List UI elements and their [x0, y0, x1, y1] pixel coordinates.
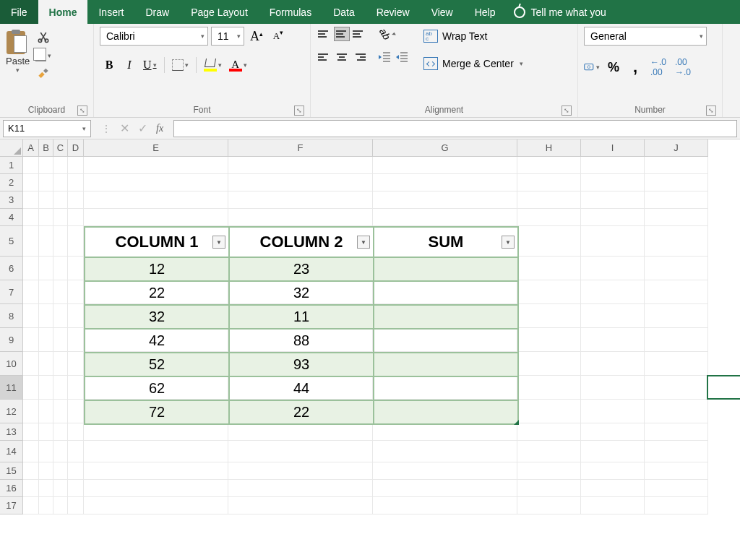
cell-B3[interactable] [39, 191, 53, 209]
cell-D10[interactable] [68, 352, 84, 376]
cell-B10[interactable] [39, 352, 53, 376]
cell-D3[interactable] [68, 191, 84, 209]
table-cell[interactable] [374, 257, 518, 281]
row-header-3[interactable]: 3 [0, 191, 23, 209]
row-header-15[interactable]: 15 [0, 462, 23, 480]
cell-H10[interactable] [517, 352, 581, 376]
column-header-I[interactable]: I [581, 139, 645, 157]
cell-J9[interactable] [645, 328, 708, 352]
table-cell[interactable]: 23 [229, 257, 374, 281]
formula-options-icon[interactable]: ⋮ [101, 123, 111, 134]
cell-F1[interactable] [228, 157, 373, 174]
cell-D8[interactable] [68, 304, 84, 328]
comma-format-button[interactable]: , [627, 60, 643, 74]
cell-A12[interactable] [23, 400, 39, 423]
cell-C9[interactable] [53, 328, 68, 352]
cell-E15[interactable] [84, 462, 228, 480]
cell-A15[interactable] [23, 462, 39, 480]
tab-help[interactable]: Help [464, 0, 507, 24]
alignment-launcher[interactable]: ⤡ [562, 105, 572, 116]
tab-review[interactable]: Review [366, 0, 421, 24]
cell-B5[interactable] [39, 226, 53, 257]
cell-B12[interactable] [39, 400, 53, 423]
table-resize-handle[interactable] [513, 419, 519, 425]
row-header-6[interactable]: 6 [0, 257, 23, 280]
table-cell[interactable] [374, 400, 518, 424]
cell-H17[interactable] [517, 497, 581, 514]
cell-H16[interactable] [517, 480, 581, 497]
tab-view[interactable]: View [421, 0, 464, 24]
align-right-button[interactable] [351, 50, 367, 64]
cell-D15[interactable] [68, 462, 84, 480]
formula-input[interactable] [173, 120, 737, 137]
cell-F17[interactable] [228, 497, 373, 514]
cell-A6[interactable] [23, 257, 39, 280]
cell-J13[interactable] [645, 423, 708, 441]
cell-E1[interactable] [84, 157, 228, 174]
font-size-combo[interactable]: 11▾ [211, 27, 244, 46]
cell-F16[interactable] [228, 480, 373, 497]
cell-I1[interactable] [581, 157, 645, 174]
cell-I14[interactable] [581, 441, 645, 462]
cell-F3[interactable] [228, 191, 373, 209]
decrease-indent-button[interactable] [379, 50, 395, 64]
cell-B8[interactable] [39, 304, 53, 328]
align-middle-button[interactable] [334, 27, 350, 41]
percent-format-button[interactable]: % [606, 60, 621, 74]
cell-J7[interactable] [645, 280, 708, 304]
paste-button[interactable]: Paste [6, 56, 30, 66]
cell-D2[interactable] [68, 174, 84, 191]
row-header-12[interactable]: 12 [0, 400, 23, 423]
cell-I4[interactable] [581, 209, 645, 226]
table-cell[interactable]: 93 [229, 353, 374, 376]
cell-J10[interactable] [645, 352, 708, 376]
cell-J14[interactable] [645, 441, 708, 462]
column-header-C[interactable]: C [53, 139, 68, 157]
tab-data[interactable]: Data [322, 0, 366, 24]
paste-dropdown[interactable]: ▾ [16, 66, 20, 74]
paste-icon[interactable] [7, 30, 30, 56]
orientation-button[interactable]: ab▾ [379, 27, 396, 41]
cell-F4[interactable] [228, 209, 373, 226]
cell-A5[interactable] [23, 226, 39, 257]
table-header-1[interactable]: COLUMN 2▼ [229, 227, 374, 257]
cell-H1[interactable] [517, 157, 581, 174]
table-cell[interactable] [374, 353, 518, 376]
table-header-0[interactable]: COLUMN 1▼ [85, 227, 229, 257]
tab-file[interactable]: File [0, 0, 38, 24]
select-all-corner[interactable] [0, 139, 23, 157]
cell-A4[interactable] [23, 209, 39, 226]
decrease-font-button[interactable]: A▾ [269, 27, 288, 46]
cell-I5[interactable] [581, 226, 645, 257]
cell-B11[interactable] [39, 376, 53, 400]
cell-J12[interactable] [645, 400, 708, 423]
cell-H14[interactable] [517, 441, 581, 462]
cell-D4[interactable] [68, 209, 84, 226]
cell-I13[interactable] [581, 423, 645, 441]
cell-H15[interactable] [517, 462, 581, 480]
table-cell[interactable] [374, 376, 518, 400]
cell-C17[interactable] [53, 497, 68, 514]
table-header-2[interactable]: SUM▼ [374, 227, 518, 257]
row-header-5[interactable]: 5 [0, 226, 23, 257]
filter-button[interactable]: ▼ [357, 236, 370, 249]
format-painter-button[interactable] [35, 67, 51, 82]
table-cell[interactable]: 72 [85, 400, 229, 424]
tab-draw[interactable]: Draw [134, 0, 180, 24]
number-launcher[interactable]: ⤡ [706, 105, 716, 116]
cell-J16[interactable] [645, 480, 708, 497]
cell-I9[interactable] [581, 328, 645, 352]
column-header-E[interactable]: E [84, 139, 228, 157]
increase-font-button[interactable]: A▴ [247, 27, 266, 46]
table-cell[interactable] [374, 305, 518, 329]
cell-C7[interactable] [53, 280, 68, 304]
row-header-10[interactable]: 10 [0, 352, 23, 376]
cell-J5[interactable] [645, 226, 708, 257]
cell-I10[interactable] [581, 352, 645, 376]
cell-G3[interactable] [373, 191, 517, 209]
row-header-11[interactable]: 11 [0, 376, 23, 400]
cell-B9[interactable] [39, 328, 53, 352]
font-name-combo[interactable]: Calibri▾ [100, 27, 208, 46]
row-header-4[interactable]: 4 [0, 209, 23, 226]
row-header-7[interactable]: 7 [0, 280, 23, 304]
